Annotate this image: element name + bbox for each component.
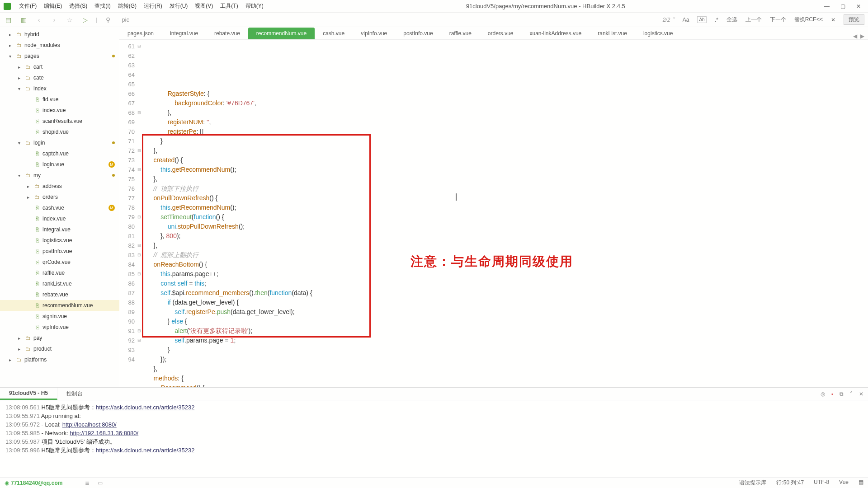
editor-tab[interactable]: vipInfo.vue [353,28,395,39]
editor-tab[interactable]: logistics.vue [635,28,681,39]
code-editor[interactable]: 注意：与生命周期同级使用 RgasterStyle: { backgroundC… [144,40,868,387]
tree-file[interactable]: ⎘cash.vueM [0,202,119,213]
tree-file[interactable]: ⎘signin.vue [0,311,119,322]
console-collapse-icon[interactable]: ˄ [850,391,853,397]
console-tab-output[interactable]: 91cloudV5 - H5 [0,388,57,400]
editor-tab[interactable]: raffle.vue [441,28,480,39]
tree-folder[interactable]: ▸🗀cart [0,61,119,72]
editor-tab[interactable]: rankList.vue [590,28,635,39]
tree-file[interactable]: ⎘index.vue [0,213,119,224]
terminal-icon[interactable]: ▭ [98,480,103,486]
tree-file[interactable]: ⎘scanResults.vue [0,116,119,127]
tree-folder[interactable]: ▸🗀platforms [0,354,119,365]
list-icon[interactable]: ≣ [85,480,90,486]
tree-file[interactable]: ⎘logistics.vue [0,235,119,246]
login-email[interactable]: 771184240@qq.com [11,480,62,486]
tree-folder[interactable]: ▸🗀product [0,343,119,354]
search-icon[interactable]: ⚲ [104,16,113,23]
maximize-icon[interactable]: ▢ [840,3,845,9]
tree-folder[interactable]: ▾🗀index [0,83,119,94]
console-cmd-icon[interactable]: ⧉ [840,391,844,397]
editor-tab[interactable]: orders.vue [480,28,522,39]
tree-file[interactable]: ⎘index.vue [0,105,119,116]
editor-tab[interactable]: integral.vue [162,28,206,39]
status-language[interactable]: Vue [839,479,849,487]
editor-tab[interactable]: postInfo.vue [395,28,441,39]
login-status-icon[interactable]: ◉ [5,480,9,486]
console-panel: 91cloudV5 - H5 控制台 ◎ ▪ ⧉ ˄ ✕ 13:08:09.56… [0,387,868,477]
tabs-scroll-icon[interactable]: ◀ ▶ [850,33,868,39]
console-target-icon[interactable]: ◎ [821,391,825,397]
next-match-button[interactable]: 下一个 [770,16,786,23]
back-icon[interactable]: ‹ [34,16,43,23]
menu-tool[interactable]: 工具(T) [217,2,241,10]
window-controls: — ▢ ✕ [824,3,864,9]
menu-run[interactable]: 运行(R) [140,2,166,10]
status-encoding[interactable]: UTF-8 [814,479,829,487]
tree-file[interactable]: ⎘shopid.vue [0,127,119,137]
notification-icon[interactable]: ▤ [859,479,863,487]
preview-button[interactable]: 预览 [844,14,864,25]
regex-toggle[interactable]: .* [715,17,718,23]
status-hint[interactable]: 语法提示库 [739,479,766,487]
tree-file[interactable]: ⎘rankList.vue [0,278,119,289]
text-cursor [456,193,457,201]
window-title: 91cloudV5/pages/my/recommendNum.vue - HB… [267,3,824,9]
tree-folder[interactable]: ▸🗀address [0,181,119,192]
menu-find[interactable]: 查找(I) [91,2,114,10]
new-file-icon[interactable]: ▤ [4,16,13,23]
menu-select[interactable]: 选择(S) [66,2,91,10]
run-icon[interactable]: ▷ [80,16,90,23]
tree-folder[interactable]: ▸🗀orders [0,192,119,202]
line-gutter[interactable]: 61⊟62636465666768⊟69707172⊟7374⊟75767778… [119,40,144,387]
tree-folder[interactable]: ▸🗀node_modules [0,40,119,51]
forward-icon[interactable]: › [50,16,59,23]
menu-file[interactable]: 文件(F) [15,2,40,10]
tree-folder[interactable]: ▾🗀pages [0,51,119,61]
tree-folder[interactable]: ▾🗀my [0,170,119,181]
minimize-icon[interactable]: — [824,3,830,9]
tree-folder[interactable]: ▸🗀cate [0,72,119,83]
tree-file[interactable]: ⎘postInfo.vue [0,246,119,257]
tree-file[interactable]: ⎘login.vueM [0,159,119,170]
menu-publish[interactable]: 发行(U) [166,2,192,10]
menubar: 文件(F) 编辑(E) 选择(S) 查找(I) 跳转(G) 运行(R) 发行(U… [0,0,868,13]
tree-file[interactable]: ⎘qrCode.vue [0,257,119,267]
console-stop-icon[interactable]: ▪ [831,391,833,397]
tree-folder[interactable]: ▾🗀login [0,137,119,148]
tree-folder[interactable]: ▸🗀hybrid [0,29,119,40]
tree-file[interactable]: ⎘rebate.vue [0,289,119,300]
case-toggle[interactable]: Aa [683,17,689,23]
console-output[interactable]: 13:08:09.561 H5版常见问题参考：https://ask.dclou… [0,400,868,477]
tree-file[interactable]: ⎘captch.vue [0,148,119,159]
tree-file[interactable]: ⎘integral.vue [0,224,119,235]
console-tab-terminal[interactable]: 控制台 [57,388,92,400]
close-search-icon[interactable]: ✕ [831,17,835,23]
tree-file[interactable]: ⎘fid.vue [0,94,119,105]
editor-tab[interactable]: pages.json [119,28,162,39]
prev-match-button[interactable]: 上一个 [745,16,762,23]
bookmark-icon[interactable]: ☆ [65,16,74,23]
editor-tab[interactable]: recommendNum.vue [248,28,315,39]
file-tree[interactable]: ▸🗀hybrid▸🗀node_modules▾🗀pages▸🗀cart▸🗀cat… [0,27,119,387]
tree-file[interactable]: ⎘recommendNum.vue [0,300,119,311]
status-cursor: 行:50 列:47 [776,479,804,487]
select-all-button[interactable]: 全选 [726,16,737,23]
editor-tab[interactable]: cash.vue [315,28,353,39]
menu-goto[interactable]: 跳转(G) [114,2,140,10]
save-icon[interactable]: ▥ [19,16,28,23]
tree-file[interactable]: ⎘raffle.vue [0,267,119,278]
replace-button[interactable]: 替换RCE<< [794,16,823,23]
tree-file[interactable]: ⎘vipInfo.vue [0,322,119,333]
editor-tab[interactable]: xuan-linkAddress.vue [522,28,590,39]
toolbar: ▤ ▥ ‹ › ☆ ▷ | ⚲ 2/2 ˅ Aa Ab .* 全选 上一个 下一… [0,13,868,27]
menu-view[interactable]: 视图(V) [191,2,217,10]
menu-edit[interactable]: 编辑(E) [40,2,66,10]
tree-folder[interactable]: ▸🗀pay [0,333,119,343]
editor-tab[interactable]: rebate.vue [206,28,248,39]
close-icon[interactable]: ✕ [856,3,861,9]
word-toggle[interactable]: Ab [697,16,706,23]
console-close-icon[interactable]: ✕ [859,391,863,397]
menu-help[interactable]: 帮助(Y) [242,2,267,10]
search-input[interactable] [122,16,302,23]
